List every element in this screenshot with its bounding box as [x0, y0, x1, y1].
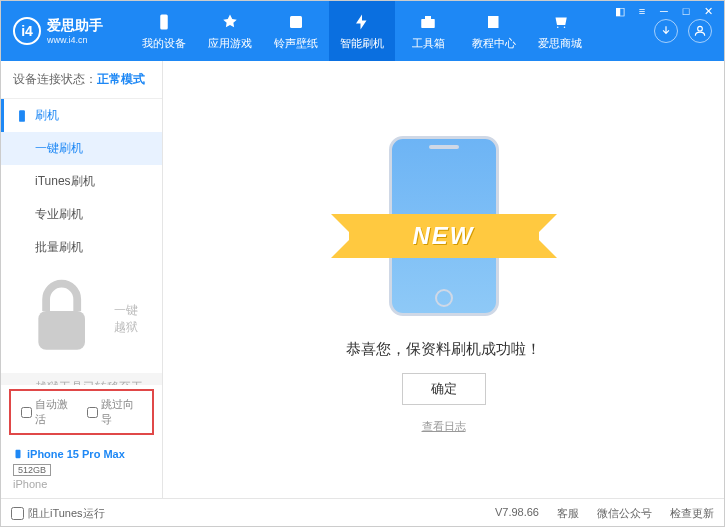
svg-rect-3: [425, 16, 431, 19]
sidebar-item-itunes-flash[interactable]: iTunes刷机: [1, 165, 162, 198]
flash-icon: [352, 12, 372, 32]
nav-toolbox[interactable]: 工具箱: [395, 1, 461, 61]
maximize-icon[interactable]: □: [679, 4, 693, 18]
flash-options-row: 自动激活 跳过向导: [9, 389, 154, 435]
sidebar-item-oneclick-flash[interactable]: 一键刷机: [1, 132, 162, 165]
phone-small-icon: [13, 447, 23, 461]
version-label: V7.98.66: [495, 506, 539, 521]
footer-link-update[interactable]: 检查更新: [670, 506, 714, 521]
sidebar-item-pro-flash[interactable]: 专业刷机: [1, 198, 162, 231]
view-log-link[interactable]: 查看日志: [422, 419, 466, 434]
menu-icon[interactable]: ≡: [635, 4, 649, 18]
logo-icon: i4: [13, 17, 41, 45]
toolbox-icon: [418, 12, 438, 32]
apps-icon: [220, 12, 240, 32]
app-name: 爱思助手: [47, 17, 103, 35]
svg-rect-10: [16, 450, 21, 458]
device-icon: [154, 12, 174, 32]
nav-smart-flash[interactable]: 智能刷机: [329, 1, 395, 61]
close-icon[interactable]: ✕: [701, 4, 715, 18]
minimize-icon[interactable]: ─: [657, 4, 671, 18]
theme-icon[interactable]: ◧: [613, 4, 627, 18]
cart-icon: [550, 12, 570, 32]
sidebar-item-batch-flash[interactable]: 批量刷机: [1, 231, 162, 264]
svg-point-4: [698, 26, 703, 31]
svg-rect-5: [19, 110, 25, 122]
svg-rect-6: [38, 311, 85, 350]
phone-icon: [15, 109, 29, 123]
svg-rect-2: [421, 19, 435, 28]
sidebar-group-flash[interactable]: 刷机: [1, 99, 162, 132]
auto-activate-checkbox[interactable]: 自动激活: [21, 397, 77, 427]
footer-link-wechat[interactable]: 微信公众号: [597, 506, 652, 521]
download-button[interactable]: [654, 19, 678, 43]
sidebar-group-jailbreak: 一键越狱: [1, 264, 162, 373]
sidebar-item-jailbreak-moved: 越狱工具已转移至工具箱: [1, 373, 162, 385]
app-url: www.i4.cn: [47, 35, 103, 45]
svg-rect-1: [290, 16, 302, 28]
device-info: iPhone 15 Pro Max 512GB iPhone: [1, 439, 162, 498]
success-message: 恭喜您，保资料刷机成功啦！: [346, 340, 541, 359]
nav-ringtones[interactable]: 铃声壁纸: [263, 1, 329, 61]
device-type: iPhone: [13, 478, 150, 490]
ok-button[interactable]: 确定: [402, 373, 486, 405]
svg-rect-0: [160, 14, 168, 29]
connection-status: 设备连接状态：正常模式: [1, 61, 162, 99]
nav-my-device[interactable]: 我的设备: [131, 1, 197, 61]
block-itunes-checkbox[interactable]: 阻止iTunes运行: [11, 506, 105, 521]
success-illustration: NEW: [354, 126, 534, 326]
user-button[interactable]: [688, 19, 712, 43]
wallpaper-icon: [286, 12, 306, 32]
skip-setup-checkbox[interactable]: 跳过向导: [87, 397, 143, 427]
new-ribbon: NEW: [349, 214, 539, 258]
device-storage: 512GB: [13, 464, 51, 476]
nav-store[interactable]: 爱思商城: [527, 1, 593, 61]
nav-apps-games[interactable]: 应用游戏: [197, 1, 263, 61]
footer-link-support[interactable]: 客服: [557, 506, 579, 521]
book-icon: [484, 12, 504, 32]
nav-tutorials[interactable]: 教程中心: [461, 1, 527, 61]
app-logo: i4 爱思助手 www.i4.cn: [1, 17, 131, 45]
lock-icon: [15, 272, 108, 365]
